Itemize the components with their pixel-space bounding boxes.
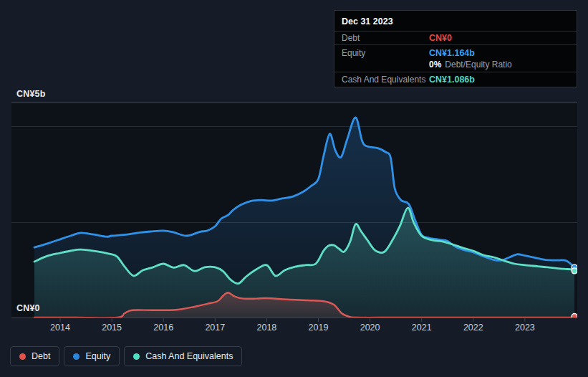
debt-legend-dot-icon [19, 353, 26, 360]
cash-and-equivalents-end-dot[interactable] [572, 268, 577, 274]
legend-equity-label: Equity [85, 351, 110, 361]
tooltip-ratio-pct: 0% [429, 59, 441, 70]
tooltip-equity-label: Equity [342, 48, 429, 58]
debt-end-dot[interactable] [572, 314, 577, 320]
x-axis-label-2015: 2015 [95, 323, 129, 333]
tooltip: Dec 31 2023 Debt CN¥0 Equity CN¥1.164b 0… [334, 10, 577, 87]
legend-item-equity[interactable]: Equity [64, 346, 120, 366]
x-axis-label-2023: 2023 [508, 323, 542, 333]
x-axis-label-2019: 2019 [302, 323, 336, 333]
tooltip-debt-label: Debt [342, 33, 429, 43]
y-axis-zero-label: CN¥0 [16, 303, 40, 313]
tooltip-ratio-text: Debt/Equity Ratio [445, 59, 511, 70]
legend: Debt Equity Cash And Equivalents [10, 346, 242, 366]
x-axis-label-2017: 2017 [198, 323, 232, 333]
legend-cash-label: Cash And Equivalents [145, 351, 233, 361]
tooltip-debt-value: CN¥0 [429, 33, 452, 43]
x-axis-label-2022: 2022 [456, 323, 491, 333]
equity-legend-dot-icon [73, 353, 79, 360]
cash-legend-dot-icon [133, 353, 140, 360]
tooltip-row-debt: Debt CN¥0 [334, 32, 577, 45]
tooltip-row-cash: Cash And Equivalents CN¥1.086b [334, 72, 577, 87]
tooltip-cash-value: CN¥1.086b [429, 75, 475, 85]
x-axis-label-2018: 2018 [249, 323, 284, 333]
page: { "tooltip": { "date": "Dec 31 2023", "d… [0, 0, 588, 377]
x-axis-label-2016: 2016 [146, 323, 180, 333]
legend-item-cash[interactable]: Cash And Equivalents [124, 346, 242, 366]
tooltip-equity-value: CN¥1.164b [429, 48, 475, 58]
y-axis-max-label: CN¥5b [16, 89, 46, 99]
tooltip-date: Dec 31 2023 [334, 11, 577, 32]
tooltip-row-equity: Equity CN¥1.164b [334, 45, 577, 59]
x-axis-label-2021: 2021 [405, 323, 439, 333]
legend-item-debt[interactable]: Debt [10, 346, 59, 366]
tooltip-ratio: 0%Debt/Equity Ratio [429, 59, 512, 70]
x-axis-label-2014: 2014 [43, 323, 77, 333]
tooltip-cash-label: Cash And Equivalents [342, 75, 429, 85]
tooltip-row-ratio: 0%Debt/Equity Ratio [334, 59, 577, 72]
legend-debt-label: Debt [32, 351, 50, 361]
x-axis-label-2020: 2020 [353, 323, 387, 333]
